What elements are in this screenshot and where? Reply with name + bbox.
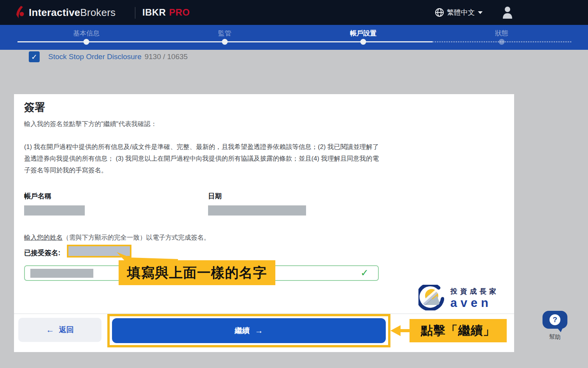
disclosure-checkbox[interactable]: ✓ — [29, 51, 40, 62]
disclosure-page-count: 9130 / 10635 — [145, 53, 188, 61]
brand-name: InteractiveBrokers — [29, 7, 116, 19]
step-dot-basic-info — [84, 39, 89, 45]
step-status[interactable]: 狀態 — [455, 29, 548, 38]
continue-button[interactable]: 繼續 → — [112, 318, 386, 343]
brand-logo[interactable]: InteractiveBrokers — [15, 0, 116, 25]
step-basic-info[interactable]: 基本信息 — [40, 29, 133, 38]
brand-name-second: Brokers — [80, 7, 116, 18]
help-bubble-icon[interactable]: ? — [542, 311, 567, 329]
brand-name-first: Interactive — [29, 7, 80, 18]
aven-logo-text: 投資成長家 aven — [450, 287, 499, 309]
back-button-label: 返回 — [59, 325, 74, 335]
account-setup-page: InteractiveBrokers IBKR PRO 繁體中文 基本信息 監管… — [0, 0, 588, 368]
question-mark-icon: ? — [550, 314, 560, 325]
account-name-label: 帳戶名稱 — [24, 191, 51, 201]
disclosure-title[interactable]: Stock Stop Order Disclosure — [48, 53, 142, 61]
footer-divider — [14, 314, 514, 314]
progress-stepper: 基本信息 監管 帳戶設置 狀態 — [0, 25, 588, 50]
terms-paragraph: (1) 我在開戶過程中提供的所有信息及/或文件是準確、完整、最新的，且我希望盈透… — [24, 141, 380, 176]
date-label: 日期 — [208, 191, 222, 201]
disclosure-row: ✓ Stock Stop Order Disclosure 9130 / 106… — [29, 51, 188, 62]
step-dot-account-configuration — [360, 39, 366, 45]
step-regulatory[interactable]: 監管 — [178, 29, 271, 38]
valid-check-icon: ✓ — [360, 267, 369, 279]
signature-instruction: 輸入您的姓名（需與下方顯示的完全一致）以電子方式完成簽名。 — [24, 233, 210, 242]
date-value-redacted — [208, 205, 306, 216]
account-name-value-redacted — [24, 205, 85, 216]
back-arrow-icon: ← — [46, 325, 54, 335]
help-label: 幫助 — [541, 333, 569, 341]
top-header: InteractiveBrokers IBKR PRO 繁體中文 — [0, 0, 588, 25]
language-selector[interactable]: 繁體中文 — [435, 0, 483, 25]
aven-brand-name: aven — [450, 297, 499, 309]
accepted-signature-label: 已接受簽名: — [24, 248, 60, 258]
aven-tagline: 投資成長家 — [450, 287, 499, 296]
step-dot-status — [499, 39, 505, 45]
signature-input-value-redacted — [30, 269, 93, 278]
step-account-configuration[interactable]: 帳戶設置 — [317, 29, 410, 38]
back-button[interactable]: ← 返回 — [18, 318, 102, 342]
chevron-down-icon — [478, 11, 483, 14]
signature-card: 簽署 輸入我的簽名並點擊下方的"繼續"代表我確認： (1) 我在開戶過程中提供的… — [14, 94, 514, 352]
account-user-icon[interactable] — [502, 6, 513, 19]
aven-logo-icon — [418, 285, 444, 310]
instruction-middle: （需與下方顯示的完全一致） — [63, 234, 146, 241]
page-title: 簽署 — [24, 100, 45, 114]
annotation-fill-same-name: 填寫與上面一樣的名字 — [119, 260, 275, 285]
plan-ibkr: IBKR — [142, 7, 166, 18]
language-label: 繁體中文 — [447, 8, 475, 17]
step-dot-regulatory — [222, 39, 228, 45]
continue-button-label: 繼續 — [235, 326, 250, 336]
aven-watermark: 投資成長家 aven — [418, 285, 499, 310]
signature-intro-text: 輸入我的簽名並點擊下方的"繼續"代表我確認： — [24, 120, 157, 128]
checkmark-icon: ✓ — [31, 53, 37, 61]
instruction-tail: 以電子方式完成簽名。 — [146, 234, 210, 241]
header-divider — [135, 7, 135, 19]
accepted-signature-value-highlighted — [67, 245, 131, 258]
annotation-click-continue: 點擊「繼續」 — [410, 319, 507, 342]
enter-your-name-link: 輸入您的姓名 — [24, 234, 63, 241]
plan-badge: IBKR PRO — [142, 0, 190, 25]
continue-arrow-icon: → — [255, 326, 263, 335]
help-widget[interactable]: ? 幫助 — [541, 311, 569, 341]
plan-pro: PRO — [169, 7, 190, 18]
interactive-brokers-logo-icon — [15, 5, 26, 19]
globe-icon — [435, 8, 444, 17]
